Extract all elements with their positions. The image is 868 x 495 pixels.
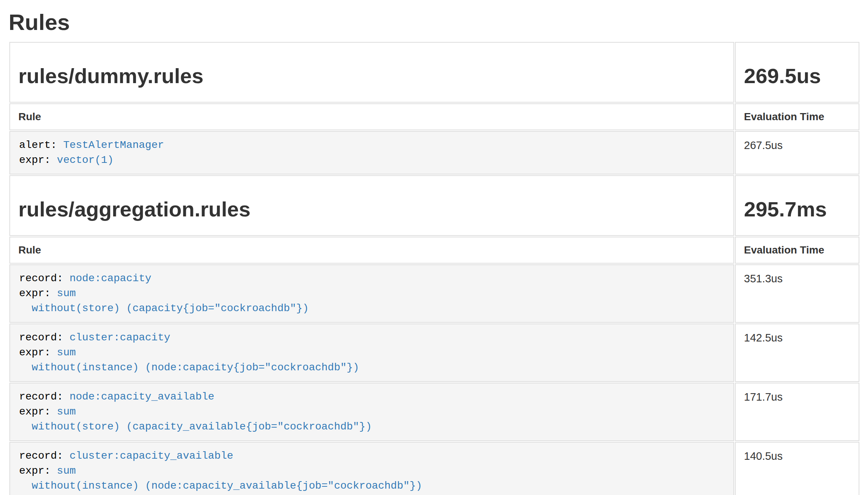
rule-definition: record: cluster:capacity expr: sum witho… <box>19 330 724 375</box>
rule-group-eval-time-cell: 295.7ms <box>735 175 859 236</box>
record-link[interactable]: cluster:capacity <box>69 332 170 343</box>
record-keyword: record: <box>19 450 63 462</box>
rule-group-row: rules/aggregation.rules295.7ms <box>9 175 859 236</box>
record-keyword: record: <box>19 391 63 403</box>
record-keyword: record: <box>19 332 63 343</box>
alert-keyword: alert: <box>19 139 57 151</box>
expr-link[interactable]: sum without(instance) (node:capacity{job… <box>19 347 359 373</box>
rule-group-eval-time: 295.7ms <box>744 198 850 221</box>
expr-link[interactable]: sum without(instance) (node:capacity_ava… <box>19 465 422 492</box>
expr-keyword: expr: <box>19 288 51 299</box>
expr-link[interactable]: sum without(store) (capacity_available{j… <box>19 406 372 432</box>
expr-keyword: expr: <box>19 154 51 166</box>
rule-row: alert: TestAlertManager expr: vector(1)2… <box>9 131 859 174</box>
record-link[interactable]: node:capacity_available <box>69 391 214 403</box>
column-header-row: RuleEvaluation Time <box>9 237 859 264</box>
rule-row: record: node:capacity_available expr: su… <box>9 383 859 441</box>
rule-group-row: rules/dummy.rules269.5us <box>9 42 859 103</box>
expr-keyword: expr: <box>19 406 51 417</box>
rule-group-eval-time: 269.5us <box>744 64 850 88</box>
rule-row: record: cluster:capacity expr: sum witho… <box>9 324 859 382</box>
expr-link[interactable]: sum without(store) (capacity{job="cockro… <box>19 288 309 314</box>
rule-definition: record: node:capacity_available expr: su… <box>19 389 724 434</box>
record-link[interactable]: cluster:capacity_available <box>69 450 233 462</box>
rule-definition: record: node:capacity expr: sum without(… <box>19 271 724 316</box>
rule-definition: record: cluster:capacity_available expr:… <box>19 449 724 494</box>
rule-group-eval-time-cell: 269.5us <box>735 42 859 103</box>
expr-link[interactable]: vector(1) <box>57 154 114 166</box>
rule-definition: alert: TestAlertManager expr: vector(1) <box>19 138 724 168</box>
rule-group-file-cell: rules/dummy.rules <box>9 42 734 103</box>
column-header-eval-time: Evaluation Time <box>735 237 859 264</box>
rules-table-body: rules/dummy.rules269.5usRuleEvaluation T… <box>9 42 859 495</box>
record-keyword: record: <box>19 273 63 284</box>
rule-group-file: rules/aggregation.rules <box>18 198 725 221</box>
record-link[interactable]: node:capacity <box>69 273 151 284</box>
page-title: Rules <box>9 10 860 35</box>
column-header-row: RuleEvaluation Time <box>9 103 859 130</box>
rule-row: record: node:capacity expr: sum without(… <box>9 264 859 323</box>
rule-definition-cell: record: cluster:capacity_available expr:… <box>9 442 734 495</box>
rule-definition-cell: record: cluster:capacity expr: sum witho… <box>9 324 734 382</box>
rule-row: record: cluster:capacity_available expr:… <box>9 442 859 495</box>
page-container: Rules rules/dummy.rules269.5usRuleEvalua… <box>0 0 868 495</box>
rule-definition-cell: record: node:capacity_available expr: su… <box>9 383 734 441</box>
rule-eval-time-cell: 351.3us <box>735 264 859 323</box>
rule-eval-time-cell: 171.7us <box>735 383 859 441</box>
rule-eval-time-cell: 267.5us <box>735 131 859 174</box>
rule-group-file-cell: rules/aggregation.rules <box>9 175 734 236</box>
expr-keyword: expr: <box>19 465 51 477</box>
rule-group-file: rules/dummy.rules <box>18 64 725 88</box>
rules-table: rules/dummy.rules269.5usRuleEvaluation T… <box>9 41 860 495</box>
rule-definition-cell: record: node:capacity expr: sum without(… <box>9 264 734 323</box>
rule-eval-time-cell: 142.5us <box>735 324 859 382</box>
column-header-rule: Rule <box>9 103 734 130</box>
column-header-eval-time: Evaluation Time <box>735 103 859 130</box>
expr-keyword: expr: <box>19 347 51 358</box>
rule-definition-cell: alert: TestAlertManager expr: vector(1) <box>9 131 734 174</box>
rule-eval-time-cell: 140.5us <box>735 442 859 495</box>
column-header-rule: Rule <box>9 237 734 264</box>
alert-link[interactable]: TestAlertManager <box>63 139 164 151</box>
